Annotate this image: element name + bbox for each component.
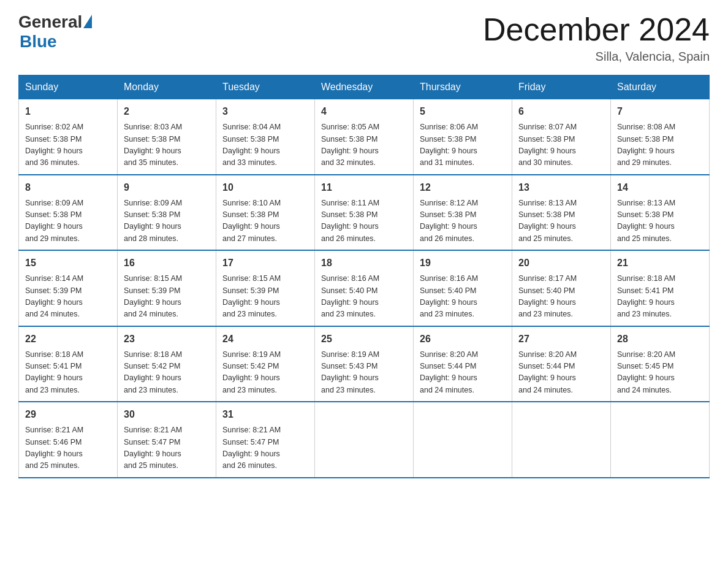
day-number: 1	[25, 104, 111, 119]
calendar-cell: 17 Sunrise: 8:15 AMSunset: 5:39 PMDaylig…	[216, 250, 315, 326]
calendar-cell: 7 Sunrise: 8:08 AMSunset: 5:38 PMDayligh…	[611, 99, 710, 175]
day-info: Sunrise: 8:19 AMSunset: 5:43 PMDaylight:…	[321, 349, 407, 397]
day-info: Sunrise: 8:11 AMSunset: 5:38 PMDaylight:…	[321, 197, 407, 245]
location: Silla, Valencia, Spain	[483, 50, 710, 64]
day-info: Sunrise: 8:19 AMSunset: 5:42 PMDaylight:…	[222, 349, 308, 397]
day-info: Sunrise: 8:21 AMSunset: 5:47 PMDaylight:…	[222, 424, 308, 472]
day-info: Sunrise: 8:20 AMSunset: 5:44 PMDaylight:…	[420, 349, 506, 397]
logo-general-text: General	[18, 12, 82, 32]
calendar-cell	[512, 402, 611, 478]
calendar-cell: 16 Sunrise: 8:15 AMSunset: 5:39 PMDaylig…	[118, 250, 216, 326]
day-number: 22	[25, 332, 111, 347]
day-number: 3	[222, 104, 308, 119]
day-number: 12	[420, 180, 506, 195]
day-number: 18	[321, 256, 407, 270]
day-info: Sunrise: 8:07 AMSunset: 5:38 PMDaylight:…	[518, 121, 604, 169]
day-info: Sunrise: 8:18 AMSunset: 5:41 PMDaylight:…	[25, 349, 111, 397]
day-info: Sunrise: 8:16 AMSunset: 5:40 PMDaylight:…	[321, 273, 407, 321]
week-row-1: 1 Sunrise: 8:02 AMSunset: 5:38 PMDayligh…	[19, 99, 710, 175]
calendar-cell: 24 Sunrise: 8:19 AMSunset: 5:42 PMDaylig…	[216, 326, 315, 402]
day-number: 21	[617, 256, 703, 270]
day-info: Sunrise: 8:04 AMSunset: 5:38 PMDaylight:…	[222, 121, 308, 169]
day-number: 20	[518, 256, 604, 270]
day-number: 24	[222, 332, 308, 347]
calendar-cell: 30 Sunrise: 8:21 AMSunset: 5:47 PMDaylig…	[118, 402, 216, 478]
calendar-cell: 14 Sunrise: 8:13 AMSunset: 5:38 PMDaylig…	[611, 175, 710, 251]
header-thursday: Thursday	[414, 75, 512, 99]
calendar-cell: 31 Sunrise: 8:21 AMSunset: 5:47 PMDaylig…	[216, 402, 315, 478]
day-info: Sunrise: 8:03 AMSunset: 5:38 PMDaylight:…	[124, 121, 210, 169]
day-number: 2	[124, 104, 210, 119]
calendar-cell: 15 Sunrise: 8:14 AMSunset: 5:39 PMDaylig…	[19, 250, 118, 326]
calendar-cell	[315, 402, 414, 478]
header-tuesday: Tuesday	[216, 75, 315, 99]
logo-blue-text: Blue	[20, 32, 57, 52]
week-row-5: 29 Sunrise: 8:21 AMSunset: 5:46 PMDaylig…	[19, 402, 710, 478]
day-number: 30	[124, 407, 210, 422]
calendar-cell: 23 Sunrise: 8:18 AMSunset: 5:42 PMDaylig…	[118, 326, 216, 402]
day-number: 16	[124, 256, 210, 270]
day-number: 13	[518, 180, 604, 195]
calendar-cell: 13 Sunrise: 8:13 AMSunset: 5:38 PMDaylig…	[512, 175, 611, 251]
calendar-cell: 9 Sunrise: 8:09 AMSunset: 5:38 PMDayligh…	[118, 175, 216, 251]
calendar-cell: 10 Sunrise: 8:10 AMSunset: 5:38 PMDaylig…	[216, 175, 315, 251]
day-info: Sunrise: 8:20 AMSunset: 5:44 PMDaylight:…	[518, 349, 604, 397]
logo: General Blue	[18, 12, 92, 52]
day-info: Sunrise: 8:06 AMSunset: 5:38 PMDaylight:…	[420, 121, 506, 169]
day-number: 25	[321, 332, 407, 347]
calendar-cell: 19 Sunrise: 8:16 AMSunset: 5:40 PMDaylig…	[414, 250, 512, 326]
header-monday: Monday	[118, 75, 216, 99]
calendar-cell: 21 Sunrise: 8:18 AMSunset: 5:41 PMDaylig…	[611, 250, 710, 326]
header-wednesday: Wednesday	[315, 75, 414, 99]
day-info: Sunrise: 8:10 AMSunset: 5:38 PMDaylight:…	[222, 197, 308, 245]
calendar-cell: 8 Sunrise: 8:09 AMSunset: 5:38 PMDayligh…	[19, 175, 118, 251]
calendar-cell	[611, 402, 710, 478]
day-info: Sunrise: 8:02 AMSunset: 5:38 PMDaylight:…	[25, 121, 111, 169]
day-info: Sunrise: 8:12 AMSunset: 5:38 PMDaylight:…	[420, 197, 506, 245]
calendar-cell: 1 Sunrise: 8:02 AMSunset: 5:38 PMDayligh…	[19, 99, 118, 175]
day-info: Sunrise: 8:13 AMSunset: 5:38 PMDaylight:…	[617, 197, 703, 245]
week-row-4: 22 Sunrise: 8:18 AMSunset: 5:41 PMDaylig…	[19, 326, 710, 402]
day-number: 11	[321, 180, 407, 195]
calendar-cell: 5 Sunrise: 8:06 AMSunset: 5:38 PMDayligh…	[414, 99, 512, 175]
day-number: 17	[222, 256, 308, 270]
day-info: Sunrise: 8:18 AMSunset: 5:41 PMDaylight:…	[617, 273, 703, 321]
day-number: 10	[222, 180, 308, 195]
day-info: Sunrise: 8:09 AMSunset: 5:38 PMDaylight:…	[25, 197, 111, 245]
header-friday: Friday	[512, 75, 611, 99]
calendar-cell: 2 Sunrise: 8:03 AMSunset: 5:38 PMDayligh…	[118, 99, 216, 175]
calendar-cell: 11 Sunrise: 8:11 AMSunset: 5:38 PMDaylig…	[315, 175, 414, 251]
week-row-3: 15 Sunrise: 8:14 AMSunset: 5:39 PMDaylig…	[19, 250, 710, 326]
day-number: 19	[420, 256, 506, 270]
calendar-cell: 18 Sunrise: 8:16 AMSunset: 5:40 PMDaylig…	[315, 250, 414, 326]
day-info: Sunrise: 8:15 AMSunset: 5:39 PMDaylight:…	[222, 273, 308, 321]
day-number: 4	[321, 104, 407, 119]
title-area: December 2024 Silla, Valencia, Spain	[483, 12, 710, 64]
calendar-table: SundayMondayTuesdayWednesdayThursdayFrid…	[18, 75, 710, 478]
calendar-cell: 12 Sunrise: 8:12 AMSunset: 5:38 PMDaylig…	[414, 175, 512, 251]
day-info: Sunrise: 8:09 AMSunset: 5:38 PMDaylight:…	[124, 197, 210, 245]
calendar-cell: 3 Sunrise: 8:04 AMSunset: 5:38 PMDayligh…	[216, 99, 315, 175]
calendar-header-row: SundayMondayTuesdayWednesdayThursdayFrid…	[19, 75, 710, 99]
calendar-cell: 28 Sunrise: 8:20 AMSunset: 5:45 PMDaylig…	[611, 326, 710, 402]
calendar-cell: 29 Sunrise: 8:21 AMSunset: 5:46 PMDaylig…	[19, 402, 118, 478]
day-number: 8	[25, 180, 111, 195]
day-number: 31	[222, 407, 308, 422]
header-sunday: Sunday	[19, 75, 118, 99]
day-info: Sunrise: 8:20 AMSunset: 5:45 PMDaylight:…	[617, 349, 703, 397]
calendar-cell: 25 Sunrise: 8:19 AMSunset: 5:43 PMDaylig…	[315, 326, 414, 402]
calendar-cell: 4 Sunrise: 8:05 AMSunset: 5:38 PMDayligh…	[315, 99, 414, 175]
day-number: 14	[617, 180, 703, 195]
day-number: 29	[25, 407, 111, 422]
calendar-cell: 6 Sunrise: 8:07 AMSunset: 5:38 PMDayligh…	[512, 99, 611, 175]
day-info: Sunrise: 8:21 AMSunset: 5:46 PMDaylight:…	[25, 424, 111, 472]
calendar-cell: 22 Sunrise: 8:18 AMSunset: 5:41 PMDaylig…	[19, 326, 118, 402]
day-info: Sunrise: 8:21 AMSunset: 5:47 PMDaylight:…	[124, 424, 210, 472]
day-number: 6	[518, 104, 604, 119]
day-info: Sunrise: 8:08 AMSunset: 5:38 PMDaylight:…	[617, 121, 703, 169]
day-info: Sunrise: 8:05 AMSunset: 5:38 PMDaylight:…	[321, 121, 407, 169]
day-number: 5	[420, 104, 506, 119]
day-info: Sunrise: 8:18 AMSunset: 5:42 PMDaylight:…	[124, 349, 210, 397]
day-number: 15	[25, 256, 111, 270]
logo-triangle-icon	[83, 15, 92, 28]
